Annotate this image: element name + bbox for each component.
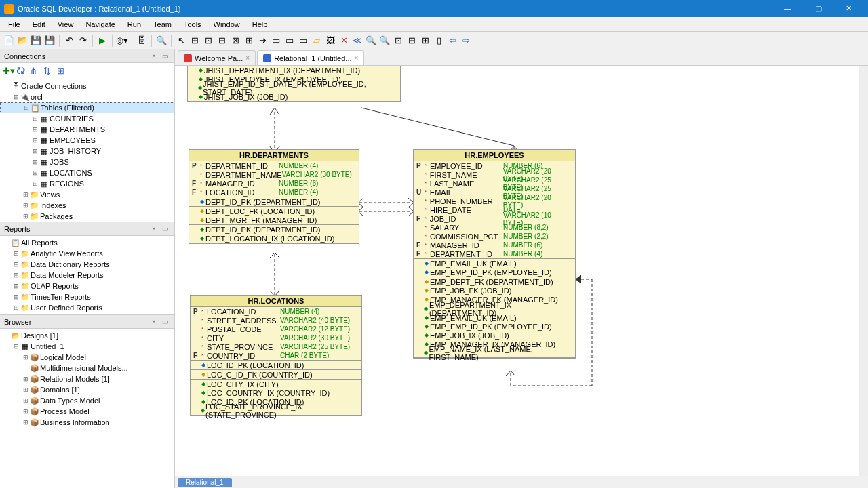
tree-node[interactable]: ⊞📦Relational Models [1]	[0, 373, 174, 384]
entity-employees[interactable]: HR.EMPLOYEES P*EMPLOYEE_IDNUMBER (6)*FIR…	[413, 149, 576, 359]
add-connection-icon[interactable]: ✚▾	[3, 66, 14, 77]
menu-team[interactable]: Team	[148, 19, 177, 30]
column-row: P*LOCATION_IDNUMBER (4)	[191, 307, 361, 316]
close-button[interactable]: ✕	[833, 0, 864, 17]
tree-node[interactable]: 🗄Oracle Connections	[0, 81, 174, 92]
arrow-icon[interactable]: ➜	[256, 35, 269, 47]
panel-collapse-icon[interactable]: ▭	[162, 318, 170, 326]
layout2-icon[interactable]: ⊞	[419, 35, 431, 47]
db-icon[interactable]: 🗄	[136, 35, 148, 47]
fit-icon[interactable]: ⊡	[392, 35, 404, 47]
zoom-in-icon[interactable]: 🔍	[365, 35, 377, 47]
menu-run[interactable]: Run	[122, 19, 146, 30]
layout3-icon[interactable]: ▯	[433, 35, 445, 47]
panel-close-icon[interactable]: ×	[152, 225, 160, 233]
box3-icon[interactable]: ▭	[297, 35, 309, 47]
tree-node[interactable]: ⊞📁User Defined Reports	[0, 302, 174, 313]
layout1-icon[interactable]: ⊞	[406, 35, 418, 47]
tree-node[interactable]: ⊞📦Process Model	[0, 406, 174, 417]
tab-label: Relational_1 (Untitled...	[274, 54, 351, 62]
entity-job-history-indexes[interactable]: ◆JHIST_DEPARTMENT_IX (DEPARTMENT_ID)◆JHI…	[187, 66, 401, 102]
diagram-canvas[interactable]: ◆JHIST_DEPARTMENT_IX (DEPARTMENT_ID)◆JHI…	[175, 66, 868, 476]
menu-navigate[interactable]: Navigate	[80, 19, 120, 30]
tree-node[interactable]: 📂Designs [1]	[0, 330, 174, 341]
back-icon[interactable]: ⇦	[446, 35, 458, 47]
menu-file[interactable]: File	[3, 19, 26, 30]
box2-icon[interactable]: ▭	[283, 35, 296, 47]
browser-title: Browser	[4, 318, 31, 326]
binoculars-icon[interactable]: 🔍	[155, 35, 167, 47]
connections-tree[interactable]: 🗄Oracle Connections⊟🔌orcl⊟📋Tables (Filte…	[0, 79, 174, 222]
pointer-icon[interactable]: ↖	[175, 35, 187, 47]
tree-node[interactable]: ⊞▦JOBS	[0, 157, 174, 167]
save-icon[interactable]: 💾	[30, 35, 42, 47]
minimize-button[interactable]: —	[772, 0, 803, 17]
nav-icon[interactable]: ◎▾	[116, 35, 128, 47]
tree-node[interactable]: ⊞📁Analytic View Reports	[0, 248, 174, 259]
tree-node[interactable]: ⊞📁Data Dictionary Reports	[0, 259, 174, 270]
stack-icon[interactable]: ⊞	[57, 66, 68, 77]
image-icon[interactable]: 🖼	[324, 35, 336, 47]
bottom-tab-relational[interactable]: Relational_1	[178, 478, 232, 487]
tree-node[interactable]: ⊞📁Indexes	[0, 200, 174, 211]
tree-node[interactable]: 📦Multidimensional Models...	[0, 363, 174, 373]
undo-icon[interactable]: ↶	[63, 35, 75, 47]
tree-node[interactable]: ⊞📁Data Modeler Reports	[0, 270, 174, 281]
split-icon[interactable]: ⊟	[216, 35, 228, 47]
tree-node[interactable]: ⊞▦LOCATIONS	[0, 167, 174, 178]
menu-view[interactable]: View	[52, 19, 79, 30]
link-icon[interactable]: ⊞	[243, 35, 255, 47]
tree-node[interactable]: 📋All Reports	[0, 237, 174, 248]
menu-help[interactable]: Help	[247, 19, 273, 30]
tree-node[interactable]: ⊞📦Domains [1]	[0, 384, 174, 395]
delete-icon[interactable]: ✕	[338, 35, 350, 47]
tree-node[interactable]: ⊟📋Tables (Filtered)	[0, 102, 174, 113]
view-icon[interactable]: ⊡	[202, 35, 214, 47]
maximize-button[interactable]: ▢	[803, 0, 833, 17]
tree-node[interactable]: ⊞📁Packages	[0, 211, 174, 222]
panel-close-icon[interactable]: ×	[152, 52, 160, 60]
tree-node[interactable]: ⊞▦JOB_HISTORY	[0, 146, 174, 157]
save-all-icon[interactable]: 💾	[43, 35, 56, 47]
filter-icon[interactable]: ⋔	[30, 66, 41, 77]
redo-icon[interactable]: ↷	[77, 35, 89, 47]
zoom-out-icon[interactable]: 🔍	[378, 35, 391, 47]
panel-collapse-icon[interactable]: ▭	[162, 52, 170, 60]
tree-node[interactable]: ⊞📦Data Types Model	[0, 395, 174, 406]
tab-close-icon[interactable]: ×	[245, 54, 250, 62]
run-icon[interactable]: ▶	[96, 35, 108, 47]
merge-icon[interactable]: ⊠	[229, 35, 241, 47]
tab-close-icon[interactable]: ×	[355, 54, 359, 62]
tab-welcome[interactable]: Welcome Pa... ×	[178, 50, 256, 65]
entity-locations[interactable]: HR.LOCATIONS P*LOCATION_IDNUMBER (4)*STR…	[190, 295, 362, 416]
tree-node[interactable]: ⊞📁Views	[0, 189, 174, 200]
menu-edit[interactable]: Edit	[27, 19, 51, 30]
note-icon[interactable]: ▱	[311, 35, 323, 47]
panel-close-icon[interactable]: ×	[152, 318, 160, 326]
reports-tree[interactable]: 📋All Reports⊞📁Analytic View Reports⊞📁Dat…	[0, 236, 174, 314]
entity-departments[interactable]: HR.DEPARTMENTS P*DEPARTMENT_IDNUMBER (4)…	[189, 149, 359, 244]
open-icon[interactable]: 📂	[16, 35, 28, 47]
tree-node[interactable]: ⊞📁OLAP Reports	[0, 281, 174, 291]
table-icon[interactable]: ⊞	[189, 35, 201, 47]
tree-node[interactable]: ⊞📁TimesTen Reports	[0, 291, 174, 302]
rewind-icon[interactable]: ≪	[351, 35, 363, 47]
tree-node[interactable]: ⊞▦COUNTRIES	[0, 113, 174, 124]
tree-node[interactable]: ⊞▦DEPARTMENTS	[0, 124, 174, 135]
new-icon[interactable]: 📄	[3, 35, 15, 47]
forward-icon[interactable]: ⇨	[460, 35, 472, 47]
tree-node[interactable]: ⊞📦Logical Model	[0, 352, 174, 363]
tree-node[interactable]: ⊟▦Untitled_1	[0, 341, 174, 352]
browser-tree[interactable]: 📂Designs [1]⊟▦Untitled_1⊞📦Logical Model📦…	[0, 329, 174, 488]
tree-node[interactable]: ⊞📦Business Information	[0, 417, 174, 428]
refresh-icon[interactable]: 🗘	[16, 66, 27, 77]
tree-node[interactable]: ⊞▦EMPLOYEES	[0, 135, 174, 146]
menu-tools[interactable]: Tools	[178, 19, 207, 30]
tree-node[interactable]: ⊞▦REGIONS	[0, 178, 174, 189]
tab-relational[interactable]: Relational_1 (Untitled... ×	[257, 50, 364, 65]
panel-collapse-icon[interactable]: ▭	[162, 225, 170, 233]
tree-node[interactable]: ⊟🔌orcl	[0, 92, 174, 102]
box1-icon[interactable]: ▭	[270, 35, 282, 47]
menu-window[interactable]: Window	[208, 19, 245, 30]
sort-icon[interactable]: ⇅	[43, 66, 54, 77]
